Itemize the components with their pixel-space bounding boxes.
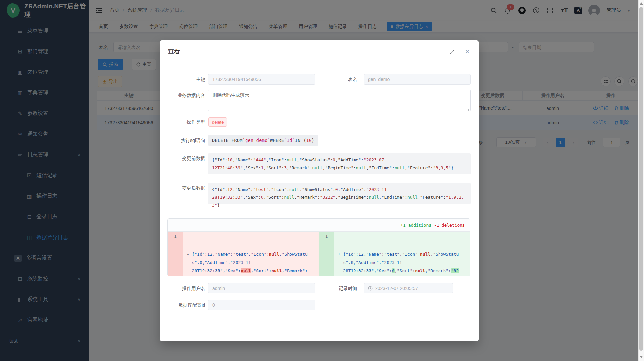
diff-addition-pane: 1 + {"Id":12,"Name":"test","Icon":null,"…: [319, 232, 470, 276]
diff-left-line-number: 1: [168, 232, 183, 276]
diff-right-line-number: 1: [319, 232, 334, 276]
op-user-label: 操作用户名: [166, 286, 205, 291]
sql-label: 执行sql语句: [166, 138, 205, 144]
diff-summary-bar: +1 additions -1 deletions: [168, 219, 470, 232]
after-data-label: 变更后数据: [166, 185, 205, 191]
view-dialog: 查看 × 主键 表名 业务数据内容 删除代码生成演示 操作类型 delete 执…: [160, 40, 479, 341]
browser-scrollbar: [638, 0, 644, 361]
diff-left-code: - {"Id":12,"Name":"test","Icon":null,"Sh…: [183, 232, 319, 276]
dialog-title: 查看: [168, 48, 180, 55]
table-name-label: 表名: [321, 77, 357, 83]
sql-statement: DELETE FROM `gen_demo` WHERE `Id` IN (10…: [208, 135, 318, 146]
diff-additions-count: +1 additions: [400, 223, 431, 228]
op-user-input[interactable]: [208, 283, 315, 293]
business-content-label: 业务数据内容: [166, 93, 205, 99]
db-config-id-label: 数据库配置id: [166, 302, 205, 308]
diff-right-code: + {"Id":12,"Name":"test","Icon":null,"Sh…: [334, 232, 470, 276]
record-time-value: 2023-12-07 20:05:57: [375, 286, 418, 291]
table-name-input[interactable]: [364, 74, 471, 85]
op-type-label: 操作类型: [166, 119, 205, 125]
scrollbar-down-arrow[interactable]: [640, 356, 643, 358]
db-config-id-input[interactable]: [208, 300, 315, 310]
dialog-fullscreen-icon[interactable]: [449, 50, 455, 56]
scrollbar-thumb[interactable]: [639, 7, 643, 351]
diff-deletion-pane: 1 - {"Id":12,"Name":"test","Icon":null,"…: [168, 232, 319, 276]
scrollbar-up-arrow[interactable]: [640, 2, 643, 5]
app-root: V ZRAdmin.NET后台管理 ▤ 菜单管理 ⊞ 部门管理 ▣ 岗位管理 ▥…: [0, 0, 644, 361]
diff-viewer: +1 additions -1 deletions 1 - {"Id":12,"…: [167, 218, 470, 276]
pk-input[interactable]: [208, 74, 315, 85]
clock-icon: [368, 286, 373, 291]
op-type-delete-tag: delete: [208, 117, 227, 127]
diff-deletions-count: -1 deletions: [434, 223, 465, 228]
before-data-label: 变更前数据: [166, 156, 205, 162]
before-data-block: {"Id":10,"Name":"444","Icon":null,"ShowS…: [208, 153, 471, 174]
record-time-label: 记录时间: [321, 286, 357, 291]
textarea-resize-grip[interactable]: [466, 108, 470, 111]
business-content-textarea[interactable]: 删除代码生成演示: [208, 90, 471, 111]
pk-label: 主键: [166, 77, 205, 83]
record-time-input[interactable]: 2023-12-07 20:05:57: [364, 283, 453, 293]
dialog-close-icon[interactable]: ×: [465, 48, 469, 56]
after-data-block: {"Id":12,"Name":"test","Icon":null,"Show…: [208, 183, 471, 204]
